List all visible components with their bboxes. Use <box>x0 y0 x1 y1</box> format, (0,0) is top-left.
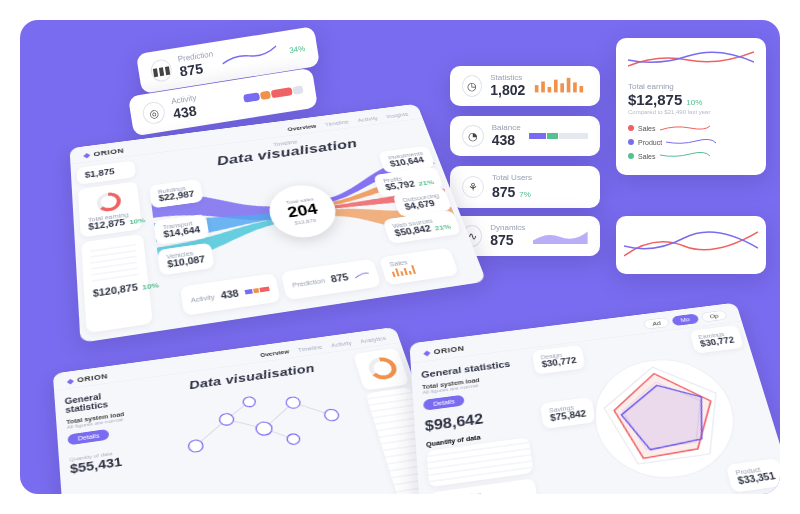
main-panel: Timeline Data visualisation Total sa <box>140 119 486 328</box>
svg-rect-15 <box>411 265 416 274</box>
dashboard-radar[interactable]: ORION Ad Mo Op General statistics Total … <box>409 303 780 494</box>
dashboard-showcase: ▮▮▮ Prediction 875 34% ◎ Activity 438 ◷ … <box>20 20 780 494</box>
line-chart-mini <box>628 48 754 72</box>
value: 438 <box>172 103 199 122</box>
chip-active[interactable]: Mo <box>671 313 699 326</box>
brand-logo: ORION <box>423 344 464 357</box>
bars-icon: ▮▮▮ <box>149 58 173 83</box>
widget-balance[interactable]: ◔ Balance438 <box>450 116 600 156</box>
svg-point-25 <box>255 421 273 436</box>
sparkline <box>221 42 279 70</box>
multi-line-chart <box>624 224 758 266</box>
svg-rect-7 <box>580 86 584 92</box>
area-spark <box>533 226 588 246</box>
donut-card[interactable] <box>353 348 409 390</box>
chip[interactable]: Op <box>700 310 728 323</box>
earning-donut[interactable]: Total earning $12,87510% <box>78 181 142 237</box>
svg-rect-14 <box>409 271 412 275</box>
value: 875 <box>492 184 515 200</box>
svg-point-28 <box>323 408 340 421</box>
svg-rect-4 <box>561 83 565 92</box>
card-lines[interactable] <box>616 216 766 274</box>
svg-rect-12 <box>400 271 403 276</box>
tab[interactable]: Activity <box>357 115 378 122</box>
radar-label: Product$33,351 <box>725 458 780 493</box>
widget-statistics[interactable]: ◷ Statistics1,802 <box>450 66 600 106</box>
svg-rect-11 <box>395 268 400 276</box>
card-total-earning[interactable]: Total earning $12,87510% Compared to $21… <box>616 38 766 175</box>
pct-badge: 34% <box>289 43 306 54</box>
mini-stat[interactable]: $1,875 <box>77 160 137 184</box>
value: 875 <box>179 59 217 80</box>
pct-badge: 7% <box>519 190 531 199</box>
seg-bar <box>529 133 588 139</box>
value: 438 <box>492 133 521 148</box>
legend-item: Sales <box>628 151 754 161</box>
pct-badge: 10% <box>686 98 702 107</box>
footer-sales[interactable]: Sales <box>379 247 459 285</box>
dashboard-secondary[interactable]: ORION OverviewTimelineActivityAnalytics … <box>53 327 456 494</box>
radar-panel: Earnings$30,772 Design$30,772 Savings$75… <box>526 321 780 494</box>
svg-rect-13 <box>404 268 408 275</box>
target-icon: ◎ <box>141 100 166 125</box>
compared-text: Compared to $21,490 last year <box>628 109 754 115</box>
svg-rect-10 <box>392 272 396 277</box>
tab[interactable]: Overview <box>287 123 317 131</box>
value: 875 <box>490 233 525 248</box>
dashboard-main[interactable]: ORION Overview Timeline Activity Insight… <box>70 104 487 343</box>
value: 1,802 <box>490 83 525 98</box>
clock-icon: ◷ <box>462 75 482 97</box>
table-mini[interactable]: $120,87510% <box>81 234 153 333</box>
svg-rect-5 <box>567 78 571 93</box>
chip[interactable]: Ad <box>643 317 670 330</box>
bar-segments <box>243 85 304 102</box>
label: Total earning <box>628 82 754 91</box>
legend-item: Product <box>628 137 754 147</box>
svg-rect-0 <box>535 85 539 92</box>
svg-rect-1 <box>541 82 545 93</box>
widget-total-users[interactable]: ⚘ Total Users8757% <box>450 166 600 208</box>
svg-rect-6 <box>573 82 577 92</box>
label: Total Users <box>492 174 532 183</box>
gauge-icon: ◔ <box>462 125 484 147</box>
legend-item: Sales <box>628 123 754 133</box>
details-button[interactable]: Details <box>67 429 110 446</box>
tab[interactable]: Timeline <box>324 119 349 127</box>
details-button[interactable]: Details <box>423 395 465 411</box>
tab[interactable]: Insights <box>386 111 409 118</box>
svg-rect-3 <box>554 80 558 93</box>
users-icon: ⚘ <box>462 176 484 198</box>
svg-rect-2 <box>548 87 552 92</box>
value: $12,875 <box>628 91 682 108</box>
svg-point-26 <box>286 433 301 445</box>
bars-mini <box>533 76 588 96</box>
